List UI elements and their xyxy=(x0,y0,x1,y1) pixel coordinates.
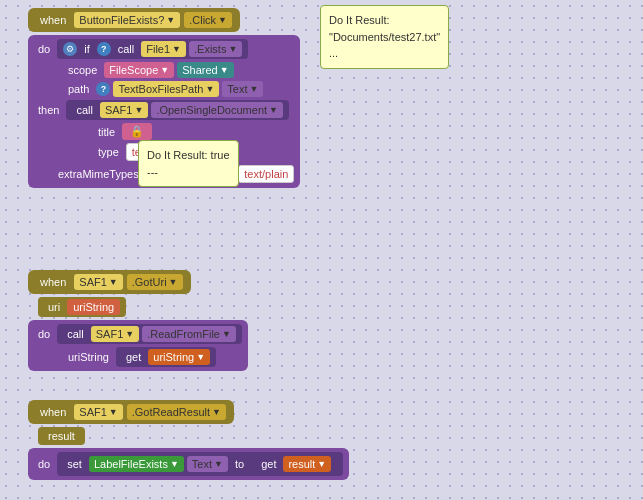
textbox-files-path-dropdown[interactable]: TextBoxFilesPath ▼ xyxy=(113,81,219,97)
get-result-label: get xyxy=(257,456,280,472)
tooltip1-line1: Do It Result: xyxy=(329,12,440,29)
event-action-dropdown[interactable]: .Click ▼ xyxy=(184,12,232,28)
gear-icon[interactable]: ⚙ xyxy=(63,42,77,56)
question-icon[interactable]: ? xyxy=(97,42,111,56)
text-prop-dropdown[interactable]: Text ▼ xyxy=(187,456,228,472)
tooltip1-line3: ... xyxy=(329,45,440,62)
set-label: set xyxy=(63,456,86,472)
result-param-label: result xyxy=(44,428,79,444)
when-label: when xyxy=(36,12,70,28)
section3-do-label: do xyxy=(34,456,54,472)
got-read-result-dropdown[interactable]: .GotReadResult ▼ xyxy=(127,404,226,420)
section2-do-label: do xyxy=(34,326,54,342)
section2-when-row: when SAF1 ▼ .GotUri ▼ xyxy=(28,270,248,294)
when-row: when ButtonFileExists? ▼ .Click ▼ xyxy=(28,8,300,32)
saf1-got-uri-dropdown[interactable]: SAF1 ▼ xyxy=(74,274,122,290)
section3-when-row: when SAF1 ▼ .GotReadResult ▼ xyxy=(28,400,349,424)
title-row: title 🔒 xyxy=(94,123,294,140)
get-label2: get xyxy=(122,349,145,365)
do-if-row: do ⚙ if ? call File1 ▼ .Exists ▼ xyxy=(34,39,294,59)
uri-string-val: uriString xyxy=(73,301,114,313)
saf1b-dropdown[interactable]: SAF1 ▼ xyxy=(91,326,139,342)
button-file-exists-dropdown[interactable]: ButtonFileExists? ▼ xyxy=(74,12,180,28)
scope-row: scope FileScope ▼ Shared ▼ xyxy=(64,62,294,78)
if-label: if xyxy=(80,41,94,57)
tooltip2-line2: --- xyxy=(147,164,230,181)
uri-string2-label: uriString xyxy=(64,349,113,365)
scope-label: scope xyxy=(64,62,101,78)
tooltip2-line1: Do It Result: true xyxy=(147,147,230,164)
call-label: call xyxy=(114,41,139,57)
do-label: do xyxy=(34,41,54,57)
type-label: type xyxy=(94,144,123,160)
label-file-exists-dropdown[interactable]: LabelFileExists ▼ xyxy=(89,456,184,472)
result-dropdown[interactable]: result ▼ xyxy=(283,456,331,472)
extra-mime-label: extraMimeTypes xyxy=(54,166,143,182)
shared-dropdown[interactable]: Shared ▼ xyxy=(177,62,233,78)
uri-string-param-row: uriString get uriString ▼ xyxy=(64,347,242,367)
do-set-row: do set LabelFileExists ▼ Text ▼ to get r… xyxy=(34,452,343,476)
result-param-row: result xyxy=(38,427,349,445)
section2: when SAF1 ▼ .GotUri ▼ uri uriString do c… xyxy=(28,270,248,371)
uri-string3-dropdown[interactable]: uriString ▼ xyxy=(148,349,210,365)
section2-when-label: when xyxy=(36,274,70,290)
call2-label: call xyxy=(72,102,97,118)
saf1-got-read-dropdown[interactable]: SAF1 ▼ xyxy=(74,404,122,420)
tooltip1: Do It Result: "Documents/test27.txt" ... xyxy=(320,5,449,69)
text-property-dropdown[interactable]: Text ▼ xyxy=(222,81,263,97)
open-doc-dropdown[interactable]: .OpenSingleDocument ▼ xyxy=(151,102,283,118)
text-plain-val: text/plain xyxy=(238,165,294,183)
tooltip2: Do It Result: true --- xyxy=(138,140,239,187)
path-label: path xyxy=(64,81,93,97)
uri-param-row: uri uriString xyxy=(38,297,248,317)
tooltip1-line2: "Documents/test27.txt" xyxy=(329,29,440,46)
do-read-block: do call SAF1 ▼ .ReadFromFile ▼ uriString… xyxy=(28,320,248,371)
do-set-block: do set LabelFileExists ▼ Text ▼ to get r… xyxy=(28,448,349,480)
section3: when SAF1 ▼ .GotReadResult ▼ result do s… xyxy=(28,400,349,480)
file-scope-dropdown[interactable]: FileScope ▼ xyxy=(104,62,174,78)
path-question-icon[interactable]: ? xyxy=(96,82,110,96)
got-uri-dropdown[interactable]: .GotUri ▼ xyxy=(127,274,183,290)
read-from-file-dropdown[interactable]: .ReadFromFile ▼ xyxy=(142,326,236,342)
saf1-then-dropdown[interactable]: SAF1 ▼ xyxy=(100,102,148,118)
uri-param-label: uri xyxy=(44,299,64,315)
to-label: to xyxy=(231,456,248,472)
do-call-read-row: do call SAF1 ▼ .ReadFromFile ▼ xyxy=(34,324,242,344)
section3-when-label: when xyxy=(36,404,70,420)
path-row: path ? TextBoxFilesPath ▼ Text ▼ xyxy=(64,81,294,97)
exists-dropdown[interactable]: .Exists ▼ xyxy=(189,41,242,57)
file1-dropdown[interactable]: File1 ▼ xyxy=(141,41,186,57)
section2-call-label: call xyxy=(63,326,88,342)
then-row: then call SAF1 ▼ .OpenSingleDocument ▼ xyxy=(34,100,294,120)
title-label: title xyxy=(94,124,119,140)
then-label: then xyxy=(34,102,63,118)
